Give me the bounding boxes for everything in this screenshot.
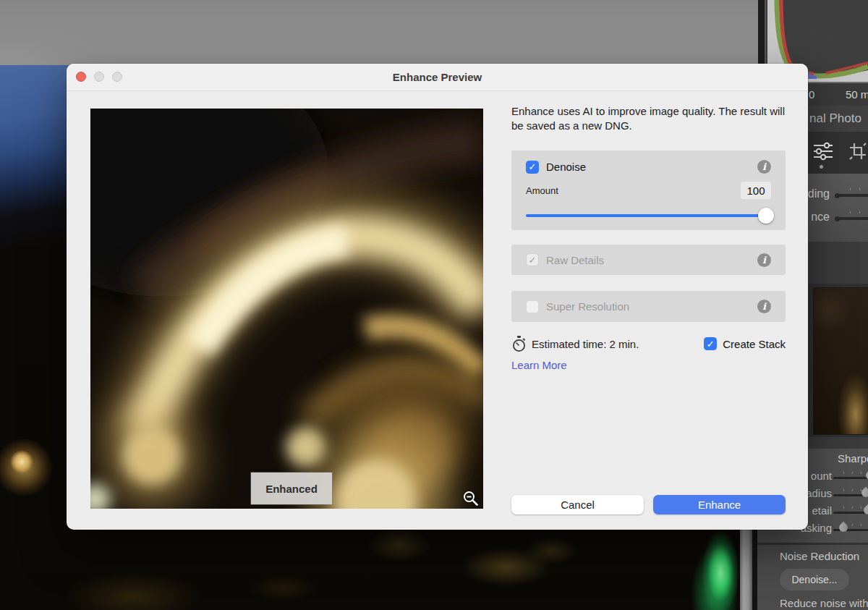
raw-details-checkbox: ✓ <box>526 253 539 266</box>
dialog-buttons: Cancel Enhance <box>511 495 786 514</box>
cancel-button[interactable]: Cancel <box>511 495 644 514</box>
info-glyph: i <box>762 255 766 266</box>
dialog-titlebar[interactable]: Enhance Preview <box>67 64 808 91</box>
super-resolution-section: Super Resolution i <box>511 291 786 322</box>
slider-track[interactable] <box>833 512 868 514</box>
screen: 0 50 mm nal Photo ding <box>0 0 868 610</box>
denoise-checkbox[interactable]: ✓ <box>526 161 539 174</box>
info-icon[interactable]: i <box>757 300 771 313</box>
preview-photo <box>90 109 483 509</box>
noise-reduction-title: Noise Reduction <box>780 550 859 562</box>
zoom-out-icon[interactable] <box>462 490 480 507</box>
sharpen-slider-label: ount <box>811 469 832 483</box>
info-icon[interactable]: i <box>757 253 771 267</box>
edit-sliders-icon[interactable] <box>812 141 834 161</box>
active-tool-dot <box>820 165 823 169</box>
stopwatch-icon <box>511 336 527 352</box>
enhance-preview-image[interactable]: Enhanced <box>90 109 483 509</box>
noise-reduction-section: Noise Reduction Denoise... Reduce noise … <box>757 545 868 610</box>
slider-track[interactable] <box>837 217 868 220</box>
exif-left: 0 <box>809 83 814 106</box>
slider-ticks <box>835 472 868 474</box>
slider-track[interactable] <box>833 477 868 479</box>
background-photo-bottom <box>0 525 740 610</box>
check-icon: ✓ <box>707 339 715 350</box>
sharpen-slider-label: adius <box>806 486 832 501</box>
create-stack-label: Create Stack <box>723 338 786 350</box>
enhance-preview-dialog: Enhance Preview <box>67 64 808 530</box>
amount-value-field[interactable]: 100 <box>741 182 771 199</box>
slider-label: ding <box>808 185 830 203</box>
info-icon[interactable]: i <box>757 160 771 174</box>
dialog-description: Enhance uses AI to improve image quality… <box>511 104 786 133</box>
raw-details-label: Raw Details <box>546 254 604 266</box>
slider-track[interactable] <box>833 529 868 531</box>
sharpen-slider-label: etail <box>812 504 832 518</box>
slider-ticks <box>841 188 868 190</box>
raw-details-section: ✓ Raw Details i <box>511 245 786 275</box>
create-stack-checkbox[interactable]: ✓ <box>704 337 717 350</box>
amount-slider-thumb[interactable] <box>758 208 774 224</box>
slider-label: nce <box>811 208 830 226</box>
photo-type-label: nal Photo <box>809 106 861 132</box>
noise-reduction-caption: Reduce noise with A <box>780 597 868 609</box>
amount-slider[interactable] <box>526 208 771 224</box>
background-gray-bar <box>0 0 758 65</box>
check-icon: ✓ <box>529 161 537 172</box>
denoise-section: ✓ Denoise i Amount 100 <box>511 151 786 230</box>
super-resolution-label: Super Resolution <box>546 300 629 313</box>
slider-track[interactable] <box>837 194 868 197</box>
super-resolution-checkbox <box>526 300 539 313</box>
crop-icon[interactable] <box>848 142 867 161</box>
estimated-time-text: Estimated time: 2 min. <box>532 338 639 350</box>
sharpening-title: Sharpe <box>838 452 868 465</box>
dialog-title: Enhance Preview <box>67 64 808 90</box>
exif-focal-length: 50 mm <box>846 83 868 106</box>
enhance-button[interactable]: Enhance <box>653 495 786 514</box>
learn-more-link[interactable]: Learn More <box>511 359 567 371</box>
detail-preview-thumbnail[interactable] <box>813 287 868 435</box>
slider-ticks <box>841 211 868 213</box>
denoise-button[interactable]: Denoise... <box>780 569 849 590</box>
amount-label: Amount <box>526 185 558 196</box>
estimated-time-row: Estimated time: 2 min. ✓ Create Stack <box>511 336 786 352</box>
amount-slider-track[interactable] <box>526 214 768 217</box>
info-glyph: i <box>762 161 766 172</box>
enhanced-badge: Enhanced <box>251 473 332 504</box>
check-icon: ✓ <box>529 255 537 266</box>
denoise-label: Denoise <box>546 161 586 173</box>
info-glyph: i <box>762 301 766 312</box>
